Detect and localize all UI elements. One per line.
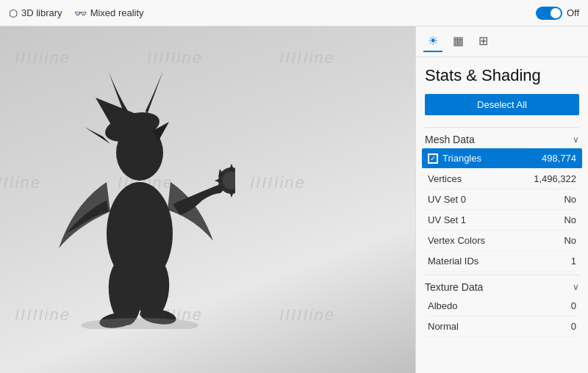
material-ids-label: Material IDs (428, 256, 478, 267)
triangles-label: Triangles (442, 153, 481, 164)
uv-set-0-label: UV Set 0 (428, 194, 466, 205)
albedo-row[interactable]: Albedo 0 (425, 296, 579, 316)
uv-set-1-row[interactable]: UV Set 1 No (425, 210, 579, 231)
mesh-data-section-header[interactable]: Mesh Data ∨ (425, 127, 579, 148)
vertex-colors-row[interactable]: Vertex Colors No (425, 231, 579, 251)
tab-dots[interactable]: ⊞ (474, 31, 492, 52)
panel-tabs: ☀ ▦ ⊞ (416, 26, 588, 57)
toggle-label: Off (567, 7, 579, 18)
vertices-value: 1,496,322 (534, 173, 576, 184)
tab-shading[interactable]: ☀ (423, 31, 442, 52)
triangles-row[interactable]: Triangles 498,774 (422, 148, 582, 169)
viewport[interactable]: IIIIIine IIIIIine IIIIIine IIIIIine IIII… (0, 26, 415, 373)
mixed-reality-button[interactable]: 👓 Mixed reality (74, 7, 144, 19)
mixed-reality-label: Mixed reality (90, 7, 144, 18)
svg-marker-9 (229, 190, 234, 198)
svg-point-20 (81, 318, 198, 329)
svg-marker-10 (215, 178, 222, 184)
texture-data-section-header[interactable]: Texture Data ∨ (425, 275, 579, 296)
material-ids-row[interactable]: Material IDs 1 (425, 251, 579, 272)
panel-content: Stats & Shading Deselect All Mesh Data ∨… (416, 57, 588, 373)
watermark: IIIIIine (0, 173, 41, 192)
3d-library-button[interactable]: ⬡ 3D library (9, 7, 62, 19)
tab-grid[interactable]: ▦ (448, 31, 468, 52)
watermark: IIIIIine (250, 173, 306, 192)
mesh-data-chevron: ∨ (573, 134, 579, 145)
topbar: ⬡ 3D library 👓 Mixed reality Off (0, 0, 588, 26)
toggle-container: Off (536, 7, 579, 20)
texture-data-title: Texture Data (425, 281, 483, 293)
triangles-value: 498,774 (542, 153, 576, 164)
vertex-colors-value: No (564, 235, 576, 246)
texture-data-content: Albedo 0 Normal 0 (425, 296, 579, 337)
mesh-data-content: Triangles 498,774 Vertices 1,496,322 UV … (425, 148, 579, 272)
toggle-switch[interactable] (536, 7, 562, 20)
deselect-all-button[interactable]: Deselect All (425, 94, 579, 115)
mesh-data-title: Mesh Data (425, 134, 475, 145)
watermark: IIIIIine (279, 48, 335, 68)
material-ids-value: 1 (571, 256, 576, 267)
svg-marker-8 (229, 164, 234, 171)
triangles-checkbox[interactable] (428, 153, 438, 164)
3d-figure (44, 57, 235, 329)
right-panel: ☀ ▦ ⊞ Stats & Shading Deselect All Mesh … (415, 26, 588, 373)
texture-data-chevron: ∨ (573, 282, 579, 292)
watermark: IIIIIine (279, 305, 335, 325)
uv-set-1-label: UV Set 1 (428, 214, 466, 225)
main-area: IIIIIine IIIIIine IIIIIine IIIIIine IIII… (0, 26, 588, 373)
uv-set-0-row[interactable]: UV Set 0 No (425, 189, 579, 210)
cube-icon: ⬡ (9, 7, 18, 19)
normal-row[interactable]: Normal 0 (425, 316, 579, 337)
vertex-colors-label: Vertex Colors (428, 235, 485, 246)
panel-title: Stats & Shading (425, 66, 579, 85)
vertices-label: Vertices (428, 173, 462, 184)
vertices-row[interactable]: Vertices 1,496,322 (425, 169, 579, 189)
albedo-value: 0 (571, 300, 576, 311)
toggle-knob (551, 8, 561, 18)
uv-set-1-value: No (564, 214, 576, 225)
normal-value: 0 (571, 321, 576, 332)
normal-label: Normal (428, 321, 459, 332)
mr-icon: 👓 (74, 7, 87, 19)
uv-set-0-value: No (564, 194, 576, 205)
library-label: 3D library (21, 7, 62, 18)
albedo-label: Albedo (428, 300, 457, 311)
